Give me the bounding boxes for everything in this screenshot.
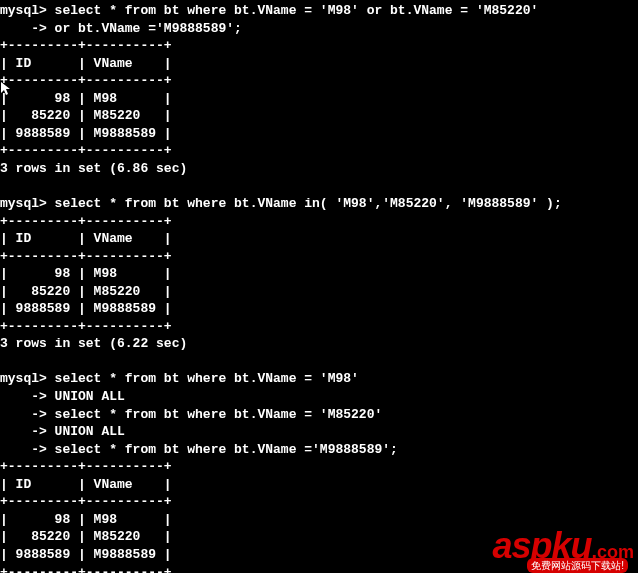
- result-footer: 3 rows in set (6.22 sec): [0, 335, 638, 353]
- table-divider: +---------+----------+: [0, 318, 638, 336]
- sql-prompt-line: -> or bt.VName ='M9888589';: [0, 20, 638, 38]
- sql-prompt-line: -> UNION ALL: [0, 423, 638, 441]
- table-divider: +---------+----------+: [0, 37, 638, 55]
- table-divider: +---------+----------+: [0, 142, 638, 160]
- table-row: | 9888589 | M9888589 |: [0, 125, 638, 143]
- terminal-output: mysql> select * from bt where bt.VName =…: [0, 2, 638, 573]
- table-row: | 9888589 | M9888589 |: [0, 300, 638, 318]
- logo-subtitle: 免费网站源码下载站!: [527, 558, 628, 574]
- watermark-logo: aspku . com 免费网站源码下载站!: [492, 522, 634, 571]
- table-row: | 98 | M98 |: [0, 90, 638, 108]
- table-header: | ID | VName |: [0, 476, 638, 494]
- sql-prompt-line: mysql> select * from bt where bt.VName =…: [0, 370, 638, 388]
- table-divider: +---------+----------+: [0, 72, 638, 90]
- table-header: | ID | VName |: [0, 55, 638, 73]
- table-row: | 85220 | M85220 |: [0, 107, 638, 125]
- result-footer: 3 rows in set (6.86 sec): [0, 160, 638, 178]
- table-divider: +---------+----------+: [0, 213, 638, 231]
- sql-prompt-line: -> UNION ALL: [0, 388, 638, 406]
- table-divider: +---------+----------+: [0, 248, 638, 266]
- cursor-icon: [0, 81, 12, 103]
- blank-line: [0, 177, 638, 195]
- table-row: | 85220 | M85220 |: [0, 283, 638, 301]
- table-row: | 98 | M98 |: [0, 265, 638, 283]
- table-header: | ID | VName |: [0, 230, 638, 248]
- sql-prompt-line: -> select * from bt where bt.VName ='M98…: [0, 441, 638, 459]
- table-divider: +---------+----------+: [0, 493, 638, 511]
- sql-prompt-line: -> select * from bt where bt.VName = 'M8…: [0, 406, 638, 424]
- table-divider: +---------+----------+: [0, 458, 638, 476]
- blank-line: [0, 353, 638, 371]
- sql-prompt-line: mysql> select * from bt where bt.VName i…: [0, 195, 638, 213]
- sql-prompt-line: mysql> select * from bt where bt.VName =…: [0, 2, 638, 20]
